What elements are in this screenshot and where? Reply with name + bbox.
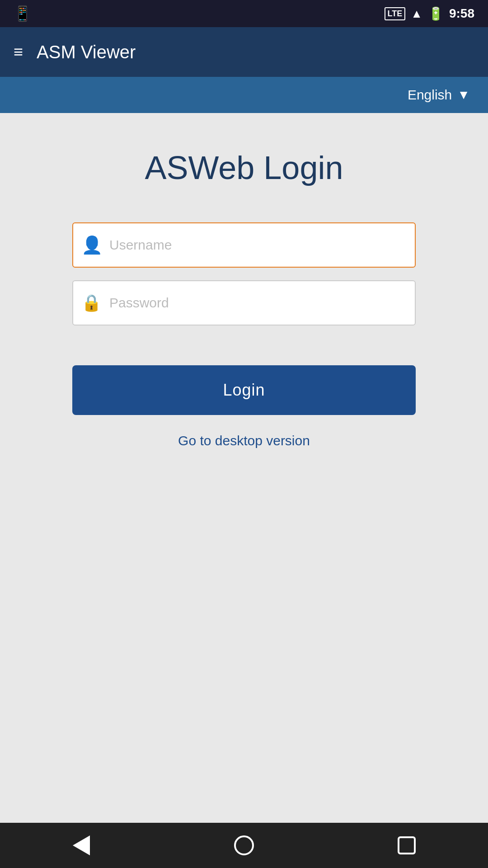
user-icon: 👤 [81, 235, 103, 255]
recents-icon [398, 836, 416, 854]
app-title: ASM Viewer [37, 42, 136, 62]
login-button[interactable]: Login [72, 365, 416, 415]
login-form: 👤 🔒 [72, 222, 416, 338]
hamburger-menu-icon[interactable]: ≡ [14, 44, 23, 60]
password-wrapper: 🔒 [72, 280, 416, 326]
recents-button[interactable] [389, 827, 425, 863]
lte-badge: LTE [385, 7, 406, 20]
battery-icon: 🔋 [428, 6, 444, 21]
status-bar: 📱 LTE ▲ 🔋 9:58 [0, 0, 488, 27]
login-title: ASWeb Login [145, 149, 343, 186]
back-icon [73, 835, 90, 855]
signal-bars-icon: ▲ [411, 7, 422, 21]
language-selector[interactable]: English ▼ [408, 87, 470, 103]
username-wrapper: 👤 [72, 222, 416, 268]
password-input[interactable] [72, 280, 416, 326]
status-bar-left: 📱 [14, 5, 32, 22]
lock-icon: 🔒 [81, 293, 102, 312]
back-button[interactable] [63, 827, 99, 863]
home-button[interactable] [226, 827, 262, 863]
app-bar: ≡ ASM Viewer [0, 27, 488, 77]
language-bar: English ▼ [0, 77, 488, 113]
sim-icon: 📱 [14, 5, 32, 22]
language-label: English [408, 87, 452, 103]
status-bar-right: LTE ▲ 🔋 9:58 [385, 6, 474, 21]
home-icon [234, 835, 254, 855]
username-input[interactable] [72, 222, 416, 268]
chevron-down-icon: ▼ [457, 89, 470, 101]
status-time: 9:58 [449, 6, 474, 21]
desktop-version-link[interactable]: Go to desktop version [178, 433, 310, 448]
main-content: ASWeb Login 👤 🔒 Login Go to desktop vers… [0, 113, 488, 823]
bottom-nav [0, 823, 488, 868]
